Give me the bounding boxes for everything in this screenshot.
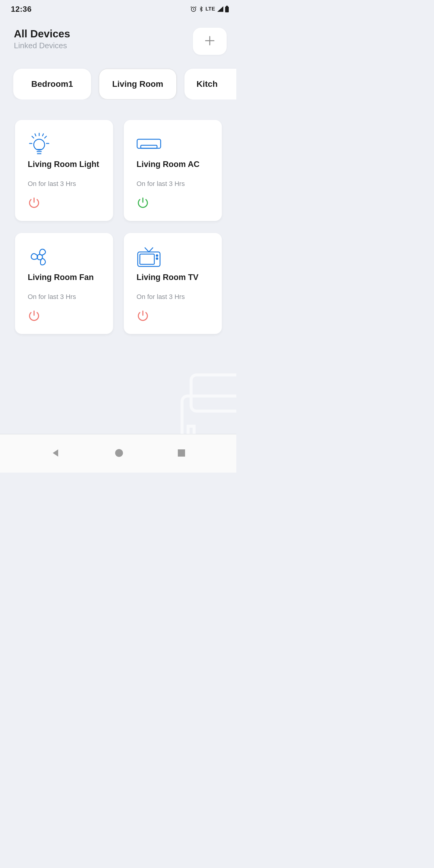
room-tabs[interactable]: Bedroom1 Living Room Kitch [0,55,236,99]
svg-point-25 [115,449,123,457]
android-nav-bar [0,434,236,472]
power-icon [136,205,149,210]
power-button[interactable] [28,310,101,324]
room-label: Kitch [196,79,218,89]
room-label: Living Room [112,79,163,89]
power-button[interactable] [136,197,210,211]
svg-rect-19 [140,254,154,264]
nav-home-button[interactable] [115,448,124,459]
network-label: LTE [206,6,215,12]
status-time: 12:36 [11,4,32,14]
status-icons: LTE [190,6,229,12]
device-status: On for last 3 Hrs [136,180,210,188]
nav-back-button[interactable] [51,448,61,459]
room-tab-bedroom1[interactable]: Bedroom1 [13,69,91,99]
svg-line-16 [145,248,149,252]
alarm-icon [190,6,197,12]
svg-line-12 [42,134,43,136]
power-button[interactable] [28,197,101,211]
svg-rect-2 [225,7,229,12]
svg-point-21 [156,258,158,259]
room-tab-living-room[interactable]: Living Room [99,69,177,99]
device-status: On for last 3 Hrs [28,293,101,301]
device-card-fan[interactable]: Living Room Fan On for last 3 Hrs [15,233,113,334]
device-name: Living Room Fan [28,273,101,282]
tv-icon [136,244,210,270]
bluetooth-icon [198,6,204,12]
lightbulb-icon [28,131,101,157]
device-name: Living Room TV [136,273,210,282]
device-card-light[interactable]: Living Room Light On for last 3 Hrs [15,120,113,221]
page-subtitle: Linked Devices [14,41,70,50]
power-icon [28,318,40,323]
room-label: Bedroom1 [31,79,73,89]
background-decoration [179,369,236,442]
status-bar: 12:36 LTE [0,0,236,14]
svg-rect-22 [191,375,236,411]
svg-rect-14 [141,145,157,148]
svg-line-17 [149,248,153,252]
svg-point-20 [156,255,158,256]
plus-icon [204,35,216,48]
battery-icon [225,6,229,12]
device-card-tv[interactable]: Living Room TV On for last 3 Hrs [124,233,222,334]
device-grid: Living Room Light On for last 3 Hrs Livi… [0,99,236,334]
fan-icon [28,244,101,270]
device-status: On for last 3 Hrs [136,293,210,301]
power-icon [28,205,40,210]
page-title: All Devices [14,28,70,40]
header-titles: All Devices Linked Devices [14,28,70,50]
svg-rect-1 [226,6,228,7]
power-icon [136,318,149,323]
add-device-button[interactable] [193,28,227,55]
svg-point-5 [34,139,44,150]
header: All Devices Linked Devices [0,14,236,55]
device-card-ac[interactable]: Living Room AC On for last 3 Hrs [124,120,222,221]
ac-icon [136,131,210,157]
device-name: Living Room AC [136,160,210,169]
device-status: On for last 3 Hrs [28,180,101,188]
svg-line-11 [35,134,36,136]
signal-icon [217,6,223,12]
power-button[interactable] [136,310,210,324]
room-tab-kitchen[interactable]: Kitch [184,69,236,99]
nav-recent-button[interactable] [178,449,185,458]
svg-line-7 [32,136,34,138]
device-name: Living Room Light [28,160,101,169]
svg-line-8 [44,136,46,138]
svg-rect-26 [178,450,185,457]
